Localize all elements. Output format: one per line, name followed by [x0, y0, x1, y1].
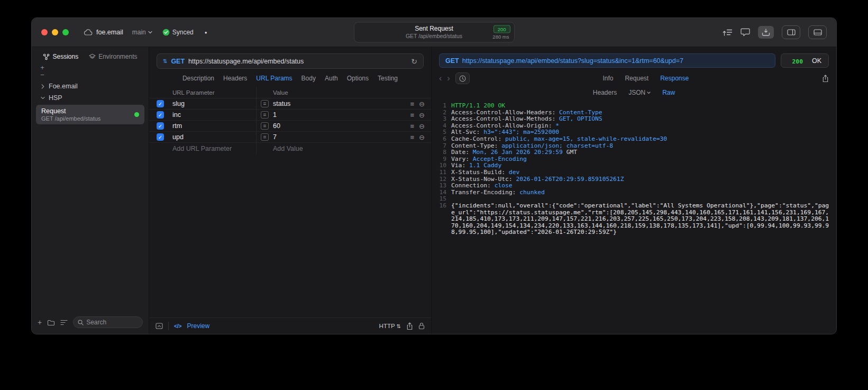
- protocol-arrows-icon: ⇅: [397, 323, 401, 329]
- line-number: 1: [436, 103, 446, 110]
- param-value-field[interactable]: 60: [273, 122, 280, 130]
- add-param-value-placeholder: Add Value: [261, 145, 303, 152]
- line-content: Transfer-Encoding: chunked: [451, 189, 830, 196]
- add-param-name-placeholder[interactable]: Add URL Parameter: [172, 145, 256, 152]
- line-content: {"incidents":null,"overall":{"code":"ope…: [451, 203, 830, 236]
- line-number: 8: [436, 149, 446, 156]
- remove-item-button[interactable]: −: [39, 71, 46, 79]
- sent-request-title: Sent Request: [354, 25, 514, 32]
- drag-handle-icon[interactable]: ≡: [410, 133, 415, 141]
- remove-param-button[interactable]: ⊖: [419, 133, 425, 141]
- param-value-field[interactable]: 7: [273, 133, 277, 141]
- param-enabled-checkbox[interactable]: ✓: [157, 133, 164, 141]
- param-name-field[interactable]: slug: [172, 100, 256, 107]
- list-view-button[interactable]: [60, 320, 68, 325]
- param-value-field[interactable]: 1: [273, 111, 277, 119]
- close-window-button[interactable]: [41, 29, 48, 35]
- add-param-value-cell[interactable]: Add Value: [256, 143, 397, 154]
- history-back-button[interactable]: ‹: [439, 75, 442, 82]
- sidebar-search-input[interactable]: Search: [73, 316, 143, 328]
- titlebar-toolbar: [723, 25, 827, 39]
- param-enabled-checkbox[interactable]: ✓: [157, 122, 164, 130]
- chevron-right-icon: [41, 84, 45, 89]
- method-selector-icon[interactable]: ⇅: [163, 58, 167, 64]
- line-number: 13: [436, 183, 446, 189]
- add-param-row[interactable]: Add URL Parameter Add Value: [149, 143, 431, 154]
- drag-handle-icon[interactable]: ≡: [410, 122, 415, 130]
- sent-request-url[interactable]: GET https://statuspage.me/api/embed/stat…: [439, 53, 775, 68]
- editor-tab-body[interactable]: Body: [301, 75, 316, 82]
- param-name-field[interactable]: inc: [172, 111, 256, 119]
- new-request-button[interactable]: +: [38, 319, 42, 326]
- project-name[interactable]: foe.email: [96, 29, 123, 36]
- response-pane: GET https://statuspage.me/api/embed/stat…: [432, 47, 836, 334]
- tree-item-foe-email[interactable]: Foe.email: [36, 80, 144, 92]
- param-row-rtm: ✓rtm=60≡⊖: [149, 121, 431, 132]
- branch-selector[interactable]: main: [132, 29, 152, 36]
- sidebar-footer: + Search: [32, 312, 149, 334]
- remove-param-button[interactable]: ⊖: [419, 122, 425, 130]
- drag-handle-icon[interactable]: ≡: [410, 111, 415, 119]
- export-response-button[interactable]: [822, 75, 829, 83]
- tab-sessions[interactable]: Sessions: [43, 53, 78, 60]
- new-folder-button[interactable]: [47, 319, 55, 326]
- sent-request-summary[interactable]: Sent Request GET /api/embed/status 200 2…: [354, 22, 515, 43]
- param-enabled-checkbox[interactable]: ✓: [157, 100, 164, 107]
- zoom-window-button[interactable]: [62, 29, 69, 35]
- console-toggle-button[interactable]: [156, 323, 163, 329]
- resend-request-icon[interactable]: ↻: [411, 57, 417, 66]
- toggle-right-sidebar-button[interactable]: [782, 25, 800, 39]
- response-tab-response[interactable]: Response: [660, 75, 689, 82]
- response-subtab-headers[interactable]: Headers: [593, 89, 617, 96]
- editor-tab-url-params[interactable]: URL Params: [256, 75, 292, 82]
- response-subtab-raw[interactable]: Raw: [662, 89, 675, 96]
- remove-param-button[interactable]: ⊖: [419, 100, 425, 108]
- protocol-selector[interactable]: HTTP ⇅: [379, 323, 401, 329]
- request-item-text: Request GET /api/embed/status: [41, 107, 100, 122]
- editor-tab-options[interactable]: Options: [347, 75, 369, 82]
- request-editor-pane: ⇅ GET https://statuspage.me/api/embed/st…: [149, 47, 432, 334]
- status-code-badge: 200: [494, 25, 510, 33]
- request-url-bar[interactable]: ⇅ GET https://statuspage.me/api/embed/st…: [157, 53, 424, 69]
- minimize-window-button[interactable]: [52, 29, 58, 35]
- remove-param-button[interactable]: ⊖: [419, 111, 425, 119]
- sync-status[interactable]: Synced: [162, 29, 194, 36]
- import-list-icon[interactable]: [723, 29, 733, 37]
- history-forward-button[interactable]: ›: [447, 75, 450, 82]
- response-nav-bar: ‹ › InfoRequestResponse: [432, 68, 836, 84]
- sent-request-path: GET /api/embed/status: [354, 33, 514, 39]
- editor-tab-testing[interactable]: Testing: [378, 75, 398, 82]
- editor-tab-auth[interactable]: Auth: [325, 75, 338, 82]
- request-url-input[interactable]: https://statuspage.me/api/embed/status: [188, 58, 304, 65]
- request-method[interactable]: GET: [171, 58, 185, 65]
- editor-tab-headers[interactable]: Headers: [223, 75, 247, 82]
- history-button[interactable]: [455, 72, 470, 84]
- export-request-button[interactable]: [406, 322, 413, 330]
- request-list-item[interactable]: Request GET /api/embed/status: [36, 105, 144, 124]
- code-preview-icon: </>: [174, 323, 181, 329]
- search-placeholder: Search: [86, 319, 106, 326]
- tree-item-hsp[interactable]: HSP: [36, 92, 144, 104]
- divider: [168, 322, 169, 330]
- tree-item-label: Foe.email: [49, 83, 78, 90]
- response-tab-info[interactable]: Info: [602, 75, 613, 82]
- editor-tab-description[interactable]: Description: [182, 75, 214, 82]
- tab-environments[interactable]: Environments: [89, 53, 137, 60]
- lock-icon[interactable]: [418, 322, 425, 330]
- param-name-field[interactable]: rtm: [172, 122, 256, 130]
- preview-button[interactable]: Preview: [187, 322, 209, 330]
- response-tab-request[interactable]: Request: [625, 75, 648, 82]
- param-enabled-checkbox[interactable]: ✓: [157, 111, 164, 119]
- add-item-button[interactable]: +: [39, 64, 46, 71]
- drag-handle-icon[interactable]: ≡: [410, 100, 415, 108]
- param-name-field[interactable]: upd: [172, 133, 256, 141]
- param-value-field[interactable]: status: [273, 100, 290, 107]
- comment-icon[interactable]: [741, 28, 750, 37]
- tray-download-button[interactable]: [758, 26, 774, 39]
- code-line: 16{"incidents":null,"overall":{"code":"o…: [436, 203, 830, 236]
- response-raw-view[interactable]: 1HTTP/1.1 200 OK2Access-Control-Allow-He…: [432, 99, 836, 334]
- response-subtab-json[interactable]: JSON: [628, 89, 651, 96]
- request-item-title: Request: [41, 107, 100, 115]
- toggle-bottom-panel-button[interactable]: [808, 25, 827, 39]
- request-editor-tabs: DescriptionHeadersURL ParamsBodyAuthOpti…: [149, 69, 431, 87]
